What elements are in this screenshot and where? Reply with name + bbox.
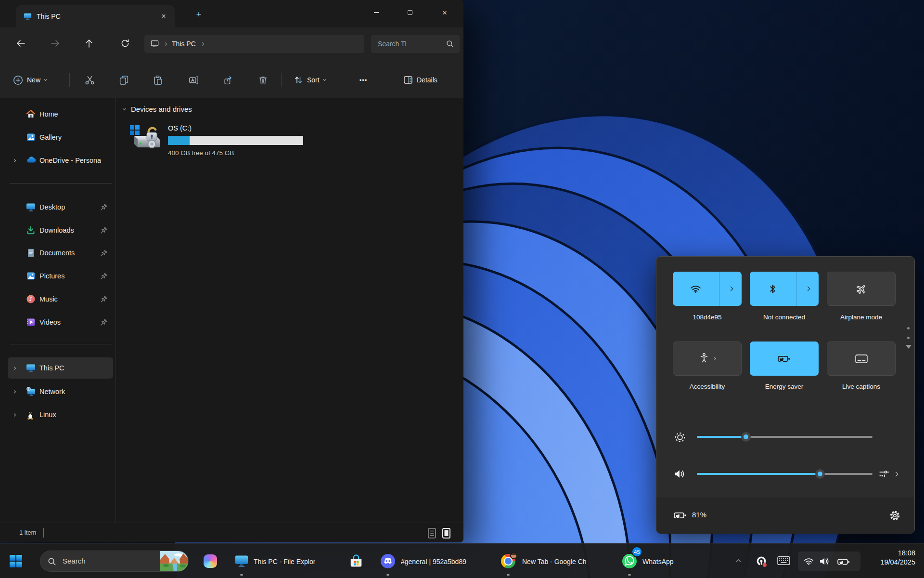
volume-slider[interactable] <box>697 473 873 475</box>
collapse-chevron-icon[interactable] <box>123 106 126 110</box>
share-button[interactable] <box>218 70 238 90</box>
expand-chevron[interactable] <box>13 366 16 369</box>
search-icon <box>446 40 454 48</box>
taskbar-discord-label[interactable]: #general | 952a5bd89 <box>401 558 466 565</box>
address-monitor-icon <box>151 40 159 48</box>
tab-close-icon[interactable]: × <box>156 10 171 23</box>
qs-page-dot[interactable] <box>907 337 910 339</box>
new-button-label: New <box>27 76 40 84</box>
cut-button[interactable] <box>80 70 99 90</box>
sidebar-item-linux[interactable]: Linux <box>8 404 113 425</box>
more-options-icon: ••• <box>359 77 368 84</box>
address-bar[interactable]: This PC <box>144 35 364 53</box>
taskbar-search[interactable]: Search <box>40 551 189 572</box>
sidebar-item-pictures[interactable]: Pictures <box>8 265 113 287</box>
taskbar-discord-icon[interactable] <box>381 554 395 568</box>
brightness-slider[interactable] <box>697 436 873 438</box>
copilot-icon[interactable] <box>204 554 217 568</box>
volume-thumb[interactable] <box>815 469 825 479</box>
rename-button[interactable] <box>184 70 203 90</box>
search-highlight-image[interactable] <box>160 551 188 572</box>
energy-saver-tile[interactable] <box>750 342 819 376</box>
tray-overflow-chevron-icon[interactable] <box>736 560 741 565</box>
sidebar-item-desktop[interactable]: Desktop <box>8 197 113 218</box>
status-divider <box>43 528 44 538</box>
battery-saver-icon[interactable] <box>674 511 687 522</box>
new-button[interactable]: New <box>13 70 47 90</box>
new-tab-button[interactable]: + <box>190 7 207 22</box>
clock-date: 19/04/2025 <box>880 558 915 567</box>
sort-button[interactable]: Sort <box>294 70 326 90</box>
back-button[interactable] <box>11 34 30 53</box>
sidebar-item-downloads[interactable]: Downloads <box>8 220 113 241</box>
large-icons-view-button[interactable] <box>440 526 452 539</box>
sidebar-item-home[interactable]: Home <box>8 104 113 125</box>
taskbar-file-explorer-icon[interactable] <box>234 554 249 568</box>
forward-button[interactable] <box>45 34 64 53</box>
sidebar-item-music[interactable]: ♪ Music <box>8 289 113 310</box>
bluetooth-tile-label: Not connected <box>750 314 819 321</box>
volume-expand-chevron[interactable] <box>894 472 898 477</box>
sidebar-item-documents[interactable]: Documents <box>8 242 113 263</box>
qs-page-dot[interactable] <box>907 327 910 329</box>
delete-icon <box>258 75 268 85</box>
volume-icon <box>674 469 686 481</box>
expand-chevron[interactable] <box>13 413 16 416</box>
sidebar-item-gallery[interactable]: Gallery <box>8 127 113 148</box>
more-options-button[interactable]: ••• <box>354 70 373 90</box>
minimize-button[interactable] <box>365 3 387 22</box>
details-pane-button[interactable]: Details <box>403 70 437 90</box>
sidebar-item-onedrive[interactable]: OneDrive - Persona <box>8 150 113 171</box>
videos-icon <box>26 317 36 327</box>
accessibility-expand-chevron <box>712 357 716 360</box>
pin-icon <box>100 319 107 326</box>
touch-keyboard-icon[interactable] <box>777 556 790 565</box>
openvpn-tray-icon[interactable] <box>756 556 767 567</box>
maximize-button[interactable] <box>399 3 421 22</box>
explorer-titlebar[interactable]: This PC × + × <box>0 0 463 27</box>
taskbar-store-icon[interactable] <box>349 554 363 568</box>
taskbar-file-explorer-label[interactable]: This PC - File Explor <box>254 558 315 565</box>
close-button[interactable]: × <box>434 3 456 22</box>
airplane-mode-tile[interactable] <box>827 272 896 306</box>
wifi-tile[interactable] <box>673 272 742 306</box>
audio-output-icon[interactable] <box>879 470 889 481</box>
expand-chevron[interactable] <box>13 390 16 393</box>
refresh-button[interactable] <box>116 34 135 53</box>
breadcrumb-chevron[interactable] <box>201 42 204 45</box>
drive-item-os-c[interactable]: OS (C:) 400 GB free of 475 GB <box>123 120 330 161</box>
documents-icon <box>26 248 36 258</box>
pane-divider[interactable] <box>116 98 116 523</box>
drive-name: OS (C:) <box>168 124 192 132</box>
network-icon <box>26 387 36 396</box>
qs-settings-gear-icon[interactable] <box>889 510 901 524</box>
pin-icon <box>100 204 107 211</box>
linux-penguin-icon <box>26 410 36 420</box>
up-button[interactable] <box>79 34 99 53</box>
delete-button[interactable] <box>253 70 272 90</box>
taskbar-chrome-label[interactable]: New Tab - Google Ch <box>522 558 587 565</box>
explorer-tab[interactable]: This PC × <box>16 5 175 27</box>
qs-page-down-arrow[interactable] <box>906 345 911 349</box>
details-view-button[interactable] <box>425 526 438 539</box>
live-captions-tile[interactable] <box>827 342 896 376</box>
wifi-expand-chevron[interactable] <box>719 272 742 306</box>
sidebar-item-videos[interactable]: Videos <box>8 312 113 333</box>
start-button[interactable] <box>10 555 23 568</box>
sidebar-item-network[interactable]: Network <box>8 381 113 402</box>
sort-button-label: Sort <box>307 76 320 84</box>
taskbar-whatsapp-label[interactable]: WhatsApp <box>642 558 674 565</box>
sidebar-item-this-pc[interactable]: This PC <box>8 357 113 379</box>
expand-chevron[interactable] <box>13 158 16 162</box>
bluetooth-tile[interactable] <box>750 272 819 306</box>
paste-button[interactable] <box>148 70 167 90</box>
breadcrumb-location[interactable]: This PC <box>172 40 196 48</box>
system-tray-cluster[interactable] <box>798 552 860 571</box>
copy-button[interactable] <box>114 70 133 90</box>
devices-and-drives-header[interactable]: Devices and drives <box>123 105 192 113</box>
bluetooth-expand-chevron[interactable] <box>796 272 819 306</box>
brightness-thumb[interactable] <box>741 432 751 442</box>
search-box[interactable]: Search Tl <box>371 35 460 53</box>
accessibility-tile[interactable] <box>673 342 742 376</box>
taskbar-clock[interactable]: 18:08 19/04/2025 <box>880 549 915 567</box>
